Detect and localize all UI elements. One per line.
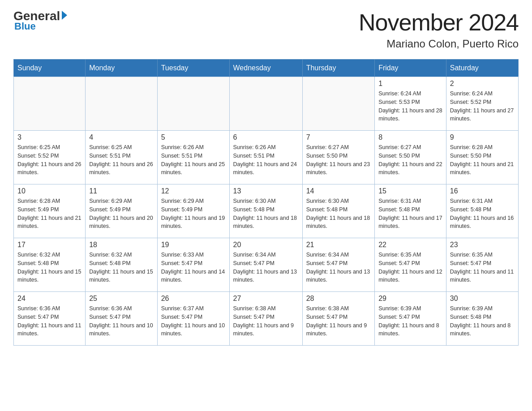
location-title: Mariano Colon, Puerto Rico: [359, 38, 519, 50]
calendar-cell: 20Sunrise: 6:34 AMSunset: 5:47 PMDayligh…: [229, 238, 302, 292]
calendar-cell: 11Sunrise: 6:29 AMSunset: 5:49 PMDayligh…: [86, 184, 157, 238]
day-info: Sunrise: 6:30 AMSunset: 5:48 PMDaylight:…: [233, 197, 299, 231]
calendar-cell: 7Sunrise: 6:27 AMSunset: 5:50 PMDaylight…: [302, 131, 374, 184]
header-wednesday: Wednesday: [229, 60, 302, 77]
calendar-cell: 23Sunrise: 6:35 AMSunset: 5:47 PMDayligh…: [446, 238, 518, 292]
day-info: Sunrise: 6:27 AMSunset: 5:50 PMDaylight:…: [378, 143, 442, 177]
day-info: Sunrise: 6:24 AMSunset: 5:52 PMDaylight:…: [450, 90, 515, 123]
day-info: Sunrise: 6:31 AMSunset: 5:48 PMDaylight:…: [378, 197, 442, 231]
day-number: 5: [161, 133, 226, 141]
day-number: 30: [450, 295, 515, 303]
header-saturday: Saturday: [446, 60, 518, 77]
day-info: Sunrise: 6:29 AMSunset: 5:49 PMDaylight:…: [161, 197, 226, 231]
header-friday: Friday: [375, 60, 446, 77]
calendar-cell: [157, 77, 229, 131]
calendar-cell: 1Sunrise: 6:24 AMSunset: 5:53 PMDaylight…: [375, 77, 446, 131]
calendar-cell: 2Sunrise: 6:24 AMSunset: 5:52 PMDaylight…: [446, 77, 518, 131]
day-number: 1: [378, 80, 442, 88]
day-info: Sunrise: 6:26 AMSunset: 5:51 PMDaylight:…: [233, 143, 299, 177]
day-info: Sunrise: 6:35 AMSunset: 5:47 PMDaylight:…: [450, 251, 515, 284]
day-number: 7: [306, 133, 371, 141]
day-info: Sunrise: 6:27 AMSunset: 5:50 PMDaylight:…: [306, 143, 371, 177]
calendar-cell: 5Sunrise: 6:26 AMSunset: 5:51 PMDaylight…: [157, 131, 229, 184]
day-info: Sunrise: 6:34 AMSunset: 5:47 PMDaylight:…: [306, 251, 371, 284]
calendar-cell: 8Sunrise: 6:27 AMSunset: 5:50 PMDaylight…: [375, 131, 446, 184]
day-info: Sunrise: 6:38 AMSunset: 5:47 PMDaylight:…: [306, 304, 371, 338]
day-number: 14: [306, 187, 371, 195]
day-number: 17: [17, 241, 82, 249]
day-info: Sunrise: 6:29 AMSunset: 5:49 PMDaylight:…: [89, 197, 153, 231]
day-number: 9: [450, 133, 515, 141]
day-info: Sunrise: 6:39 AMSunset: 5:47 PMDaylight:…: [378, 304, 442, 338]
calendar-cell: 29Sunrise: 6:39 AMSunset: 5:47 PMDayligh…: [375, 292, 446, 346]
day-number: 10: [17, 187, 82, 195]
calendar-cell: 25Sunrise: 6:36 AMSunset: 5:47 PMDayligh…: [86, 292, 157, 346]
day-info: Sunrise: 6:39 AMSunset: 5:48 PMDaylight:…: [450, 304, 515, 338]
day-info: Sunrise: 6:30 AMSunset: 5:48 PMDaylight:…: [306, 197, 371, 231]
calendar-cell: 16Sunrise: 6:31 AMSunset: 5:48 PMDayligh…: [446, 184, 518, 238]
calendar-cell: [229, 77, 302, 131]
day-number: 18: [89, 241, 153, 249]
logo-blue: Blue: [14, 21, 36, 32]
day-number: 6: [233, 133, 299, 141]
header-thursday: Thursday: [302, 60, 374, 77]
day-info: Sunrise: 6:33 AMSunset: 5:47 PMDaylight:…: [161, 251, 226, 284]
day-number: 25: [89, 295, 153, 303]
calendar-cell: 27Sunrise: 6:38 AMSunset: 5:47 PMDayligh…: [229, 292, 302, 346]
day-number: 15: [378, 187, 442, 195]
day-number: 22: [378, 241, 442, 249]
day-number: 21: [306, 241, 371, 249]
day-info: Sunrise: 6:24 AMSunset: 5:53 PMDaylight:…: [378, 90, 442, 123]
day-info: Sunrise: 6:36 AMSunset: 5:47 PMDaylight:…: [89, 304, 153, 338]
day-info: Sunrise: 6:35 AMSunset: 5:47 PMDaylight:…: [378, 251, 442, 284]
calendar-row-3: 17Sunrise: 6:32 AMSunset: 5:48 PMDayligh…: [14, 238, 519, 292]
page-header: General Blue November 2024 Mariano Colon…: [13, 9, 519, 50]
calendar-row-1: 3Sunrise: 6:25 AMSunset: 5:52 PMDaylight…: [14, 131, 519, 184]
calendar-cell: 15Sunrise: 6:31 AMSunset: 5:48 PMDayligh…: [375, 184, 446, 238]
calendar-cell: 10Sunrise: 6:28 AMSunset: 5:49 PMDayligh…: [14, 184, 86, 238]
logo-arrow-icon: [62, 11, 67, 20]
day-number: 8: [378, 133, 442, 141]
day-info: Sunrise: 6:31 AMSunset: 5:48 PMDaylight:…: [450, 197, 515, 231]
day-number: 28: [306, 295, 371, 303]
day-number: 3: [17, 133, 82, 141]
calendar-header-row: Sunday Monday Tuesday Wednesday Thursday…: [14, 60, 519, 77]
day-number: 27: [233, 295, 299, 303]
day-number: 4: [89, 133, 153, 141]
day-number: 16: [450, 187, 515, 195]
calendar-cell: [302, 77, 374, 131]
day-number: 2: [450, 80, 515, 88]
calendar-cell: 14Sunrise: 6:30 AMSunset: 5:48 PMDayligh…: [302, 184, 374, 238]
day-number: 24: [17, 295, 82, 303]
calendar-cell: 17Sunrise: 6:32 AMSunset: 5:48 PMDayligh…: [14, 238, 86, 292]
calendar-cell: 3Sunrise: 6:25 AMSunset: 5:52 PMDaylight…: [14, 131, 86, 184]
day-info: Sunrise: 6:32 AMSunset: 5:48 PMDaylight:…: [89, 251, 153, 284]
day-number: 11: [89, 187, 153, 195]
calendar-cell: 4Sunrise: 6:25 AMSunset: 5:51 PMDaylight…: [86, 131, 157, 184]
calendar-cell: [14, 77, 86, 131]
calendar-cell: [86, 77, 157, 131]
calendar-cell: 28Sunrise: 6:38 AMSunset: 5:47 PMDayligh…: [302, 292, 374, 346]
calendar-cell: 30Sunrise: 6:39 AMSunset: 5:48 PMDayligh…: [446, 292, 518, 346]
calendar-row-0: 1Sunrise: 6:24 AMSunset: 5:53 PMDaylight…: [14, 77, 519, 131]
calendar-cell: 22Sunrise: 6:35 AMSunset: 5:47 PMDayligh…: [375, 238, 446, 292]
day-info: Sunrise: 6:37 AMSunset: 5:47 PMDaylight:…: [161, 304, 226, 338]
title-block: November 2024 Mariano Colon, Puerto Rico: [359, 9, 519, 50]
day-info: Sunrise: 6:34 AMSunset: 5:47 PMDaylight:…: [233, 251, 299, 284]
calendar-cell: 13Sunrise: 6:30 AMSunset: 5:48 PMDayligh…: [229, 184, 302, 238]
day-info: Sunrise: 6:26 AMSunset: 5:51 PMDaylight:…: [161, 143, 226, 177]
calendar-cell: 9Sunrise: 6:28 AMSunset: 5:50 PMDaylight…: [446, 131, 518, 184]
month-title: November 2024: [359, 9, 519, 36]
day-info: Sunrise: 6:38 AMSunset: 5:47 PMDaylight:…: [233, 304, 299, 338]
day-number: 13: [233, 187, 299, 195]
calendar-row-4: 24Sunrise: 6:36 AMSunset: 5:47 PMDayligh…: [14, 292, 519, 346]
calendar-cell: 26Sunrise: 6:37 AMSunset: 5:47 PMDayligh…: [157, 292, 229, 346]
day-info: Sunrise: 6:32 AMSunset: 5:48 PMDaylight:…: [17, 251, 82, 284]
logo: General Blue: [13, 9, 67, 32]
day-info: Sunrise: 6:25 AMSunset: 5:52 PMDaylight:…: [17, 143, 82, 177]
day-number: 29: [378, 295, 442, 303]
day-number: 26: [161, 295, 226, 303]
calendar-cell: 21Sunrise: 6:34 AMSunset: 5:47 PMDayligh…: [302, 238, 374, 292]
header-tuesday: Tuesday: [157, 60, 229, 77]
calendar-cell: 18Sunrise: 6:32 AMSunset: 5:48 PMDayligh…: [86, 238, 157, 292]
